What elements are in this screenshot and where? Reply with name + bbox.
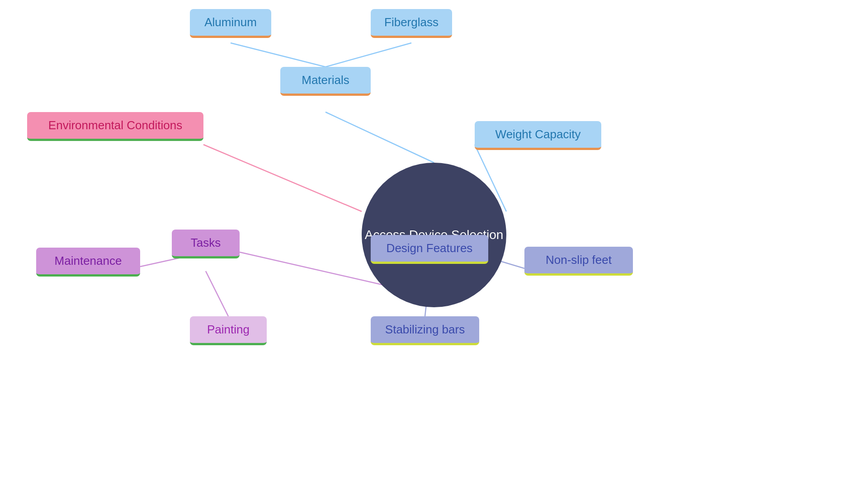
node-materials[interactable]: Materials — [280, 67, 371, 96]
node-maintenance-label: Maintenance — [55, 254, 122, 268]
node-environmental[interactable]: Environmental Conditions — [27, 112, 203, 141]
node-materials-label: Materials — [302, 73, 349, 87]
node-weight-capacity-label: Weight Capacity — [495, 127, 581, 141]
node-environmental-label: Environmental Conditions — [48, 118, 182, 132]
node-design-features-label: Design Features — [387, 241, 473, 255]
svg-line-4 — [203, 145, 362, 211]
node-weight-capacity[interactable]: Weight Capacity — [475, 121, 601, 150]
node-nonslip-feet-label: Non-slip feet — [546, 253, 612, 267]
node-tasks-label: Tasks — [191, 236, 221, 250]
node-tasks[interactable]: Tasks — [172, 230, 240, 258]
node-fiberglass-label: Fiberglass — [384, 15, 439, 29]
node-painting-label: Painting — [207, 323, 250, 337]
node-fiberglass[interactable]: Fiberglass — [371, 9, 452, 38]
node-stabilizing-bars[interactable]: Stabilizing bars — [371, 316, 479, 345]
svg-line-7 — [206, 271, 228, 316]
node-stabilizing-bars-label: Stabilizing bars — [385, 323, 465, 337]
svg-line-0 — [326, 112, 434, 163]
node-maintenance[interactable]: Maintenance — [36, 248, 140, 277]
svg-line-1 — [231, 43, 326, 67]
node-painting[interactable]: Painting — [190, 316, 267, 345]
mind-map: Access Device Selection Materials Alumin… — [0, 0, 868, 488]
node-aluminum-label: Aluminum — [204, 15, 257, 29]
node-design-features[interactable]: Design Features — [371, 235, 488, 264]
node-nonslip-feet[interactable]: Non-slip feet — [524, 247, 633, 276]
node-aluminum[interactable]: Aluminum — [190, 9, 271, 38]
svg-line-2 — [326, 43, 411, 67]
